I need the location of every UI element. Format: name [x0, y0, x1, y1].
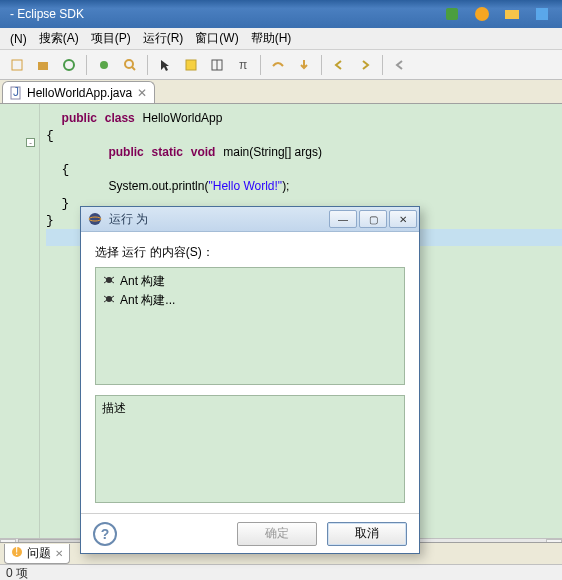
svg-point-20 [106, 277, 112, 283]
kw: void [191, 145, 216, 159]
menu-bar: (N) 搜索(A) 项目(P) 运行(R) 窗口(W) 帮助(H) [0, 28, 562, 50]
pi-icon[interactable]: π [232, 54, 254, 76]
svg-text:π: π [239, 58, 247, 72]
ok-button[interactable]: 确定 [237, 522, 317, 546]
menu-item-search[interactable]: 搜索(A) [33, 28, 85, 49]
svg-rect-3 [536, 8, 548, 20]
java-file-icon: J [9, 86, 23, 100]
separator [382, 55, 383, 75]
taskbar-icons [438, 4, 556, 24]
svg-line-9 [132, 67, 135, 70]
list-item[interactable]: Ant 构建... [100, 291, 400, 310]
dialog-title-bar[interactable]: 运行 为 — ▢ ✕ [81, 207, 419, 232]
class-icon[interactable] [58, 54, 80, 76]
ant-icon [102, 292, 116, 309]
svg-rect-0 [446, 8, 458, 20]
kw: public [62, 111, 97, 125]
editor-tab[interactable]: J HelloWorldApp.java ✕ [2, 81, 155, 103]
minimize-button[interactable]: — [329, 210, 357, 228]
package-icon[interactable] [32, 54, 54, 76]
dialog-title: 运行 为 [109, 211, 148, 228]
bug-icon[interactable] [93, 54, 115, 76]
task-app-icon [528, 4, 556, 24]
task-safe-icon [468, 4, 496, 24]
separator [86, 55, 87, 75]
menu-item-window[interactable]: 窗口(W) [189, 28, 244, 49]
svg-rect-5 [38, 62, 48, 70]
tool-bar: π [0, 50, 562, 80]
search-icon[interactable] [119, 54, 141, 76]
menu-item-run[interactable]: 运行(R) [137, 28, 190, 49]
eclipse-icon [87, 211, 103, 227]
svg-line-23 [104, 281, 107, 283]
status-bar: 0 项 [0, 564, 562, 580]
svg-point-8 [125, 60, 133, 68]
menu-item-help[interactable]: 帮助(H) [245, 28, 298, 49]
svg-rect-4 [12, 60, 22, 70]
list-item-label: Ant 构建... [120, 292, 175, 309]
svg-line-26 [104, 296, 107, 298]
classname: HelloWorldApp [143, 111, 223, 125]
list-item-label: Ant 构建 [120, 273, 165, 290]
call-end: ); [282, 179, 289, 193]
status-text: 0 项 [6, 566, 28, 580]
svg-line-24 [111, 281, 114, 283]
step-into-icon[interactable] [293, 54, 315, 76]
nav-back-icon[interactable] [389, 54, 411, 76]
gutter: - [0, 104, 40, 554]
run-as-list[interactable]: Ant 构建 Ant 构建... [95, 267, 405, 385]
cursor-icon[interactable] [154, 54, 176, 76]
layout-icon[interactable] [206, 54, 228, 76]
svg-text:J: J [13, 86, 19, 99]
close-icon[interactable]: ✕ [55, 548, 63, 559]
list-item[interactable]: Ant 构建 [100, 272, 400, 291]
help-icon[interactable]: ? [93, 522, 117, 546]
editor-tab-label: HelloWorldApp.java [27, 86, 132, 100]
maximize-button[interactable]: ▢ [359, 210, 387, 228]
task-folder-icon [498, 4, 526, 24]
editor-tabs: J HelloWorldApp.java ✕ [0, 80, 562, 104]
open-type-icon[interactable] [6, 54, 28, 76]
task-shield-icon [438, 4, 466, 24]
close-button[interactable]: ✕ [389, 210, 417, 228]
description-label: 描述 [102, 401, 126, 415]
svg-line-22 [111, 277, 114, 279]
kw: static [152, 145, 183, 159]
string-literal: "Hello World!" [208, 179, 282, 193]
edit-icon[interactable] [180, 54, 202, 76]
menu-item-n[interactable]: (N) [4, 30, 33, 48]
problems-tab-label: 问题 [27, 545, 51, 562]
back-icon[interactable] [328, 54, 350, 76]
method-sig: main(String[] args) [223, 145, 322, 159]
call: System.out.println( [108, 179, 208, 193]
svg-line-27 [111, 296, 114, 298]
separator [260, 55, 261, 75]
fold-minus-icon[interactable]: - [26, 138, 35, 147]
step-over-icon[interactable] [267, 54, 289, 76]
svg-line-29 [111, 300, 114, 302]
kw: class [105, 111, 135, 125]
svg-line-28 [104, 300, 107, 302]
svg-rect-2 [505, 10, 519, 19]
dialog-footer: ? 确定 取消 [81, 513, 419, 553]
svg-point-7 [100, 61, 108, 69]
svg-point-18 [89, 213, 101, 225]
window-title: - Eclipse SDK [10, 7, 84, 21]
close-icon[interactable]: ✕ [136, 87, 148, 99]
cancel-button[interactable]: 取消 [327, 522, 407, 546]
svg-rect-10 [186, 60, 196, 70]
separator [147, 55, 148, 75]
run-as-dialog: 运行 为 — ▢ ✕ 选择 运行 的内容(S)： Ant 构建 Ant 构建..… [80, 206, 420, 554]
forward-icon[interactable] [354, 54, 376, 76]
problems-tab[interactable]: ! 问题 ✕ [4, 544, 70, 564]
title-bar: - Eclipse SDK [0, 0, 562, 28]
ant-icon [102, 273, 116, 290]
problems-icon: ! [11, 546, 23, 561]
dialog-select-label: 选择 运行 的内容(S)： [95, 244, 405, 261]
kw: public [108, 145, 143, 159]
svg-point-1 [475, 7, 489, 21]
svg-line-21 [104, 277, 107, 279]
svg-point-6 [64, 60, 74, 70]
separator [321, 55, 322, 75]
menu-item-project[interactable]: 项目(P) [85, 28, 137, 49]
